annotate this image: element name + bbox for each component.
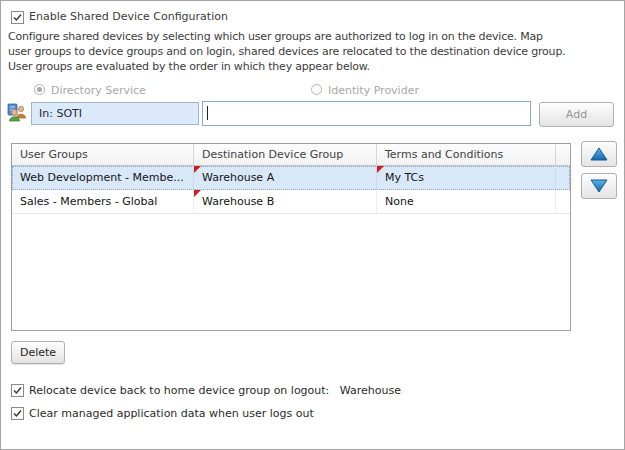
checkmark-icon	[12, 385, 23, 396]
cell-terms-and-conditions[interactable]: None	[377, 190, 556, 213]
enable-shared-device-label: Enable Shared Device Configuration	[29, 10, 228, 23]
directory-scope-label: In: SOTI	[39, 107, 82, 120]
checkmark-icon	[12, 12, 23, 23]
clear-app-data-label: Clear managed application data when user…	[29, 407, 314, 420]
move-down-button[interactable]	[581, 173, 617, 199]
arrow-down-icon	[590, 179, 608, 193]
column-header-terms-and-conditions[interactable]: Terms and Conditions	[377, 144, 556, 165]
table-header-row: User Groups Destination Device Group Ter…	[12, 144, 570, 166]
column-header-filler	[556, 144, 570, 165]
cell-user-group[interactable]: Sales - Members - Global	[12, 190, 194, 213]
user-groups-table: User Groups Destination Device Group Ter…	[11, 143, 571, 331]
user-group-search-input[interactable]	[202, 101, 531, 126]
relocate-device-label: Relocate device back to home device grou…	[29, 384, 329, 397]
add-button[interactable]: Add	[539, 102, 614, 127]
table-row[interactable]: Web Development - Membe... Warehouse A M…	[12, 166, 570, 190]
directory-scope-chip[interactable]: In: SOTI	[31, 102, 199, 125]
cell-terms-and-conditions[interactable]: My TCs	[377, 166, 556, 189]
move-up-button[interactable]	[581, 141, 617, 167]
identity-provider-radio[interactable]	[311, 84, 322, 95]
arrow-up-icon	[590, 147, 608, 161]
modified-flag-icon	[194, 166, 201, 173]
column-header-destination-device-group[interactable]: Destination Device Group	[194, 144, 377, 165]
description-text: Configure shared devices by selecting wh…	[8, 29, 565, 74]
directory-service-radio[interactable]	[34, 84, 45, 95]
column-header-user-groups[interactable]: User Groups	[12, 144, 194, 165]
home-device-group-value: Warehouse	[340, 384, 401, 397]
shared-device-configuration-panel: Enable Shared Device Configuration Confi…	[0, 0, 625, 450]
cell-user-group[interactable]: Web Development - Membe...	[12, 166, 194, 189]
identity-provider-label: Identity Provider	[328, 84, 419, 97]
clear-app-data-checkbox[interactable]	[11, 407, 24, 420]
table-row[interactable]: Sales - Members - Global Warehouse B Non…	[12, 190, 570, 214]
delete-button[interactable]: Delete	[11, 341, 65, 364]
text-caret	[207, 106, 208, 120]
directory-service-label: Directory Service	[51, 84, 146, 97]
cell-destination-device-group[interactable]: Warehouse A	[194, 166, 377, 189]
enable-shared-device-checkbox[interactable]	[11, 11, 24, 24]
modified-flag-icon	[194, 190, 201, 197]
checkmark-icon	[12, 408, 23, 419]
cell-destination-device-group[interactable]: Warehouse B	[194, 190, 377, 213]
modified-flag-icon	[377, 166, 384, 173]
user-group-icon	[7, 102, 27, 122]
relocate-device-checkbox[interactable]	[11, 384, 24, 397]
